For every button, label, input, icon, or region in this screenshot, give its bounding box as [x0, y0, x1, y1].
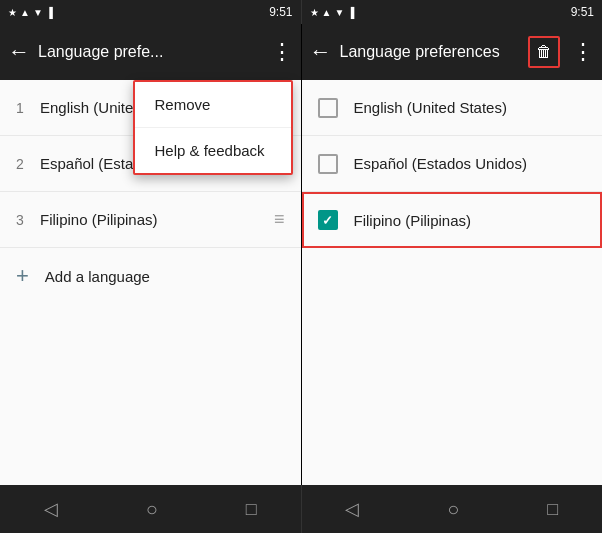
- drag-handle-3: ≡: [274, 209, 285, 230]
- delete-button[interactable]: 🗑: [528, 36, 560, 68]
- add-language-button[interactable]: + Add a language: [0, 248, 301, 304]
- lang-name-3: Filipino (Pilipinas): [40, 211, 274, 228]
- wifi-icon-right: ▼: [334, 7, 344, 18]
- nav-home-left[interactable]: ○: [146, 498, 158, 521]
- lang-num-3: 3: [16, 212, 40, 228]
- right-back-button[interactable]: ←: [310, 39, 332, 65]
- lang-check-name-2: Español (Estados Unidos): [354, 155, 587, 172]
- more-menu-icon-left[interactable]: ⋮: [271, 39, 293, 65]
- list-item: English (United States): [302, 80, 603, 136]
- wifi-icon-left: ▼: [33, 7, 43, 18]
- signal-icon-left: ▲: [20, 7, 30, 18]
- nav-back-right[interactable]: ◁: [345, 498, 359, 520]
- signal-icon-right: ▲: [322, 7, 332, 18]
- list-item-highlighted: ✓ Filipino (Pilipinas): [302, 192, 603, 248]
- nav-recents-right[interactable]: □: [547, 499, 558, 520]
- checkbox-1[interactable]: [318, 98, 338, 118]
- right-toolbar-title: Language preferences: [340, 43, 521, 61]
- checkbox-2[interactable]: [318, 154, 338, 174]
- dropdown-item-help[interactable]: Help & feedback: [135, 127, 291, 173]
- lang-num-1: 1: [16, 100, 40, 116]
- checkmark-icon: ✓: [322, 213, 333, 228]
- bluetooth-icon-left: ★: [8, 7, 17, 18]
- delete-icon: 🗑: [536, 43, 552, 61]
- left-status-icons: ★ ▲ ▼ ▐: [8, 7, 53, 18]
- left-toolbar-title: Language prefe...: [38, 43, 263, 61]
- dropdown-item-remove[interactable]: Remove: [135, 82, 291, 127]
- time-left: 9:51: [269, 5, 292, 19]
- time-right: 9:51: [571, 5, 594, 19]
- lang-check-name-1: English (United States): [354, 99, 587, 116]
- right-toolbar: ← Language preferences 🗑 ⋮: [302, 24, 603, 80]
- add-icon: +: [16, 263, 29, 289]
- list-item: Español (Estados Unidos): [302, 136, 603, 192]
- nav-recents-left[interactable]: □: [246, 499, 257, 520]
- nav-home-right[interactable]: ○: [447, 498, 459, 521]
- left-toolbar: ← Language prefe... ⋮: [0, 24, 301, 80]
- lang-num-2: 2: [16, 156, 40, 172]
- left-back-button[interactable]: ←: [8, 39, 30, 65]
- battery-icon-left: ▐: [46, 7, 53, 18]
- dropdown-menu: Remove Help & feedback: [133, 80, 293, 175]
- battery-icon-right: ▐: [347, 7, 354, 18]
- checkbox-3-checked[interactable]: ✓: [318, 210, 338, 230]
- right-lang-list: English (United States) Español (Estados…: [302, 80, 603, 248]
- nav-bar: ◁ ○ □ ◁ ○ □: [0, 485, 602, 533]
- right-status-icons: ★ ▲ ▼ ▐: [310, 7, 355, 18]
- add-language-label: Add a language: [45, 268, 150, 285]
- list-item: 3 Filipino (Pilipinas) ≡: [0, 192, 301, 248]
- bluetooth-icon-right: ★: [310, 7, 319, 18]
- lang-check-name-3: Filipino (Pilipinas): [354, 212, 587, 229]
- nav-back-left[interactable]: ◁: [44, 498, 58, 520]
- more-menu-icon-right[interactable]: ⋮: [572, 39, 594, 65]
